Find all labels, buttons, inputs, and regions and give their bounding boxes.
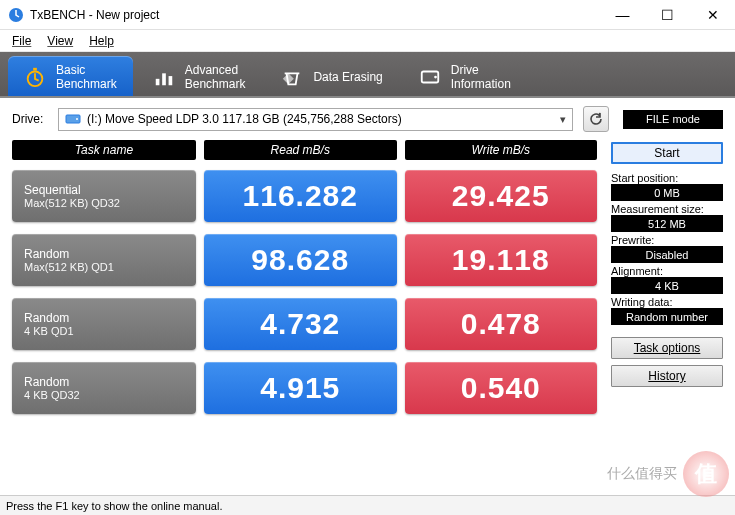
write-value: 29.425	[405, 170, 598, 222]
task-cell[interactable]: RandomMax(512 KB) QD1	[12, 234, 196, 286]
setting-value: 4 KB	[611, 277, 723, 294]
setting-label: Start position:	[611, 172, 723, 184]
window-title: TxBENCH - New project	[30, 8, 600, 22]
drive-selected-text: (I:) Move Speed LDP 3.0 117.18 GB (245,7…	[87, 112, 402, 126]
read-value: 98.628	[204, 234, 397, 286]
setting-label: Prewrite:	[611, 234, 723, 246]
refresh-icon	[588, 111, 604, 127]
setting-value: 0 MB	[611, 184, 723, 201]
task-params: 4 KB QD1	[24, 325, 184, 337]
menu-file[interactable]: File	[6, 32, 37, 50]
tab-advanced-benchmark[interactable]: AdvancedBenchmark	[137, 56, 262, 98]
svg-rect-4	[162, 73, 166, 85]
sidebar: Start Start position:0 MBMeasurement siz…	[611, 140, 723, 426]
svg-rect-2	[33, 68, 37, 71]
read-value: 4.915	[204, 362, 397, 414]
close-button[interactable]: ✕	[690, 0, 735, 30]
setting-value: Random number	[611, 308, 723, 325]
setting-label: Measurement size:	[611, 203, 723, 215]
menu-bar: File View Help	[0, 30, 735, 52]
menu-help[interactable]: Help	[83, 32, 120, 50]
drive-row: Drive: (I:) Move Speed LDP 3.0 117.18 GB…	[0, 98, 735, 140]
svg-rect-3	[155, 79, 159, 85]
svg-point-7	[434, 76, 437, 79]
tab-label: Advanced	[185, 63, 238, 77]
drive-select[interactable]: (I:) Move Speed LDP 3.0 117.18 GB (245,7…	[58, 108, 573, 131]
watermark-logo: 值	[683, 451, 729, 497]
setting-value: 512 MB	[611, 215, 723, 232]
tab-label: Data Erasing	[313, 70, 382, 84]
tab-label: Benchmark	[56, 77, 117, 91]
tab-label: Drive	[451, 63, 479, 77]
result-row: Random4 KB QD14.7320.478	[12, 298, 597, 350]
task-params: Max(512 KB) QD1	[24, 261, 184, 273]
task-name: Sequential	[24, 183, 184, 197]
task-cell[interactable]: Random4 KB QD1	[12, 298, 196, 350]
title-bar: TxBENCH - New project — ☐ ✕	[0, 0, 735, 30]
setting-value: Disabled	[611, 246, 723, 263]
read-value: 4.732	[204, 298, 397, 350]
header-read: Read mB/s	[204, 140, 397, 160]
result-row: RandomMax(512 KB) QD198.62819.118	[12, 234, 597, 286]
stopwatch-icon	[24, 66, 46, 88]
status-text: Press the F1 key to show the online manu…	[6, 500, 222, 512]
drive-info-icon	[419, 66, 441, 88]
file-mode-indicator: FILE mode	[623, 110, 723, 129]
tab-label: Benchmark	[185, 77, 246, 91]
tab-drive-information[interactable]: DriveInformation	[403, 56, 527, 98]
bar-chart-icon	[153, 66, 175, 88]
svg-point-9	[76, 118, 78, 120]
start-button[interactable]: Start	[611, 142, 723, 164]
task-cell[interactable]: Random4 KB QD32	[12, 362, 196, 414]
app-icon	[8, 7, 24, 23]
task-cell[interactable]: SequentialMax(512 KB) QD32	[12, 170, 196, 222]
task-name: Random	[24, 311, 184, 325]
read-value: 116.282	[204, 170, 397, 222]
refresh-button[interactable]	[583, 106, 609, 132]
tab-data-erasing[interactable]: Data Erasing	[265, 56, 398, 98]
setting-label: Alignment:	[611, 265, 723, 277]
drive-icon	[65, 111, 81, 127]
svg-rect-5	[168, 76, 172, 85]
header-write: Write mB/s	[405, 140, 598, 160]
watermark-text: 什么值得买	[607, 465, 677, 483]
task-name: Random	[24, 247, 184, 261]
header-task-name: Task name	[12, 140, 196, 160]
minimize-button[interactable]: —	[600, 0, 645, 30]
results-panel: Task name Read mB/s Write mB/s Sequentia…	[12, 140, 597, 426]
setting-label: Writing data:	[611, 296, 723, 308]
history-button[interactable]: History	[611, 365, 723, 387]
watermark: 什么值得买 值	[607, 451, 729, 497]
result-row: Random4 KB QD324.9150.540	[12, 362, 597, 414]
menu-view[interactable]: View	[41, 32, 79, 50]
maximize-button[interactable]: ☐	[645, 0, 690, 30]
tab-basic-benchmark[interactable]: BasicBenchmark	[8, 56, 133, 98]
window-controls: — ☐ ✕	[600, 0, 735, 30]
drive-label: Drive:	[12, 112, 48, 126]
write-value: 19.118	[405, 234, 598, 286]
tab-label: Basic	[56, 63, 85, 77]
write-value: 0.478	[405, 298, 598, 350]
task-params: Max(512 KB) QD32	[24, 197, 184, 209]
tab-strip: BasicBenchmark AdvancedBenchmark Data Er…	[0, 52, 735, 98]
task-name: Random	[24, 375, 184, 389]
erase-icon	[281, 66, 303, 88]
task-params: 4 KB QD32	[24, 389, 184, 401]
task-options-button[interactable]: Task options	[611, 337, 723, 359]
tab-label: Information	[451, 77, 511, 91]
status-bar: Press the F1 key to show the online manu…	[0, 495, 735, 515]
result-row: SequentialMax(512 KB) QD32116.28229.425	[12, 170, 597, 222]
write-value: 0.540	[405, 362, 598, 414]
